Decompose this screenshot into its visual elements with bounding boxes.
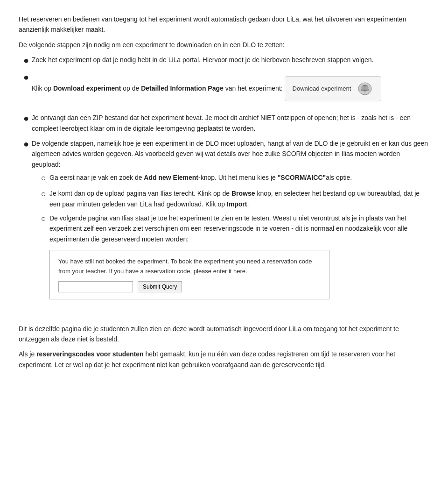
bullet2-text-after: op de [121, 85, 141, 92]
submit-query-button[interactable]: Submit Query [138, 281, 182, 292]
bullet2-bold2: Detailled Information Page [141, 85, 224, 92]
sub1-after2: als optie. [326, 174, 352, 181]
bottom-text: Dit is dezelfde pagina die je studenten … [19, 324, 429, 370]
sub-item-2: ○ Je komt dan op de upload pagina van Il… [41, 188, 429, 209]
sub-content-3: De volgende pagina van Ilias staat je to… [49, 213, 429, 306]
bullet-item-2: ● Klik op Download experiment op de Deta… [23, 71, 429, 108]
sub-item-3: ○ De volgende pagina van Ilias staat je … [41, 213, 429, 306]
main-content: Het reserveren en bedienen van toegang t… [19, 14, 429, 370]
intro-para2: De volgende stappen zijn nodig om een ex… [19, 40, 429, 50]
bullet3-text: Je ontvangt dan een ZIP bestand dat het … [32, 114, 411, 132]
bullet-dot-2: ● [23, 71, 32, 84]
bullet-content-2: Klik op Download experiment op de Detail… [32, 71, 429, 108]
reservation-code-input[interactable] [58, 281, 133, 292]
circle-dot-3: ○ [41, 213, 49, 225]
sub-item-1: ○ Ga eerst naar je vak en zoek de Add ne… [41, 172, 429, 184]
sub2-before: Je komt dan op de upload pagina van Ilia… [49, 190, 231, 197]
download-btn-label: Download experiment [293, 84, 351, 94]
circle-dot-2: ○ [41, 188, 49, 200]
bottom-para2-bold: reserveringscodes voor studenten [36, 350, 144, 358]
svg-point-4 [367, 89, 369, 91]
bullet-dot-1: ● [23, 54, 32, 67]
reservation-box: You have still not booked the experiment… [49, 250, 329, 299]
bullet2-text-before: Klik op [32, 85, 53, 92]
bullet-content-1: Zoek het experiment op dat je nodig hebt… [32, 55, 429, 65]
bullet4-text: De volgende stappen, namelijk hoe je een… [32, 140, 428, 168]
sub3-text: De volgende pagina van Ilias staat je to… [49, 214, 407, 243]
sub-bullet-list: ○ Ga eerst naar je vak en zoek de Add ne… [32, 172, 429, 306]
bullet-item-4: ● De volgende stappen, namelijk hoe je e… [23, 138, 429, 310]
bullet-content-4: De volgende stappen, namelijk hoe je een… [32, 138, 429, 310]
bottom-para1: Dit is dezelfde pagina die je studenten … [19, 324, 429, 345]
sub1-after: -knop. Uit het menu kies je [198, 174, 278, 181]
reservation-notice: You have still not booked the experiment… [58, 257, 321, 276]
brain-icon [357, 80, 373, 97]
bullet-item-1: ● Zoek het experiment op dat je nodig he… [23, 55, 429, 67]
sub1-before: Ga eerst naar je vak en zoek de [49, 174, 144, 181]
sub2-after2: . [247, 200, 249, 208]
intro-para1: Het reserveren en bedienen van toegang t… [19, 14, 429, 35]
reservation-input-row: Submit Query [58, 281, 321, 292]
sub1-quote: "SCORM/AICC" [278, 174, 326, 181]
bullet-content-3: Je ontvangt dan een ZIP bestand dat het … [32, 113, 429, 134]
sub-content-1: Ga eerst naar je vak en zoek de Add new … [49, 172, 429, 183]
sub2-bold2: Import [227, 200, 247, 208]
bullet2-text-after2: van het experiment: [224, 85, 283, 92]
sub-content-2: Je komt dan op de upload pagina van Ilia… [49, 188, 429, 209]
bottom-para2-before: Als je [19, 350, 36, 358]
circle-dot-1: ○ [41, 172, 49, 184]
sub2-bold: Browse [231, 190, 255, 197]
main-bullet-list: ● Zoek het experiment op dat je nodig he… [19, 55, 429, 310]
bottom-para2: Als je reserveringscodes voor studenten … [19, 349, 429, 370]
sub1-bold: Add new Element [144, 174, 198, 181]
bullet-item-3: ● Je ontvangt dan een ZIP bestand dat he… [23, 113, 429, 134]
bullet-dot-3: ● [23, 112, 32, 125]
bullet1-text: Zoek het experiment op dat je nodig hebt… [32, 56, 373, 64]
download-experiment-box: Download experiment [285, 76, 382, 101]
svg-point-3 [361, 89, 363, 91]
bullet2-bold: Download experiment [53, 85, 121, 92]
bullet-dot-4: ● [23, 137, 32, 150]
